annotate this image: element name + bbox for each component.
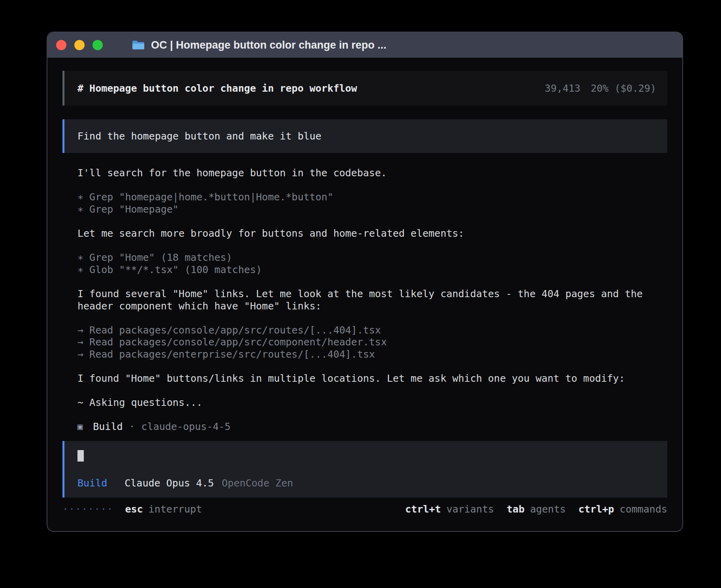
token-count: 39,413 <box>545 83 580 94</box>
prompt-input[interactable]: Build Claude Opus 4.5 OpenCode Zen <box>62 441 667 498</box>
commands-label: commands <box>620 503 667 515</box>
tool-call-grep: ∗ Grep "Home" (18 matches) <box>77 252 667 264</box>
session-stats: 39,413 20% ($0.29) <box>545 83 656 94</box>
tool-call-read: → Read packages/console/app/src/componen… <box>77 336 667 349</box>
spinner-dots: ········ <box>62 503 113 515</box>
folder-icon <box>132 40 145 50</box>
agent-status-row: ▣ Build · claude-opus-4-5 <box>77 421 667 433</box>
agent-model: claude-opus-4-5 <box>142 421 231 433</box>
tab-key: tab <box>507 503 525 515</box>
terminal-window: OC | Homepage button color change in rep… <box>47 32 683 532</box>
terminal-content: # Homepage button color change in repo w… <box>47 58 682 498</box>
window-bottom-padding <box>47 515 682 531</box>
variants-label: variants <box>446 503 494 515</box>
assistant-text: I found several "Home" links. Let me loo… <box>77 288 667 312</box>
commands-hint: ctrl+p commands <box>578 503 667 515</box>
minimize-button[interactable] <box>74 40 85 50</box>
agents-label: agents <box>530 503 566 515</box>
tool-call-read: → Read packages/enterprise/src/routes/[.… <box>77 349 667 361</box>
user-message: Find the homepage button and make it blu… <box>62 119 667 153</box>
provider-label: OpenCode Zen <box>222 477 293 489</box>
session-header: # Homepage button color change in repo w… <box>62 71 667 106</box>
close-button[interactable] <box>56 40 66 50</box>
interrupt-hint: esc interrupt <box>125 503 202 515</box>
text-cursor <box>77 450 84 462</box>
agent-icon: ▣ <box>77 421 83 433</box>
tool-call-grep: ∗ Grep "Homepage" <box>77 204 667 216</box>
user-message-text: Find the homepage button and make it blu… <box>77 130 321 142</box>
tool-call-glob: ∗ Glob "**/*.tsx" (100 matches) <box>77 264 667 276</box>
assistant-text: I found "Home" buttons/links in multiple… <box>77 373 667 385</box>
assistant-text: I'll search for the homepage button in t… <box>77 167 667 179</box>
tool-call-read: → Read packages/console/app/src/routes/[… <box>77 324 667 337</box>
ctrl-p-key: ctrl+p <box>578 503 614 515</box>
shortcut-hints: ctrl+t variants tab agents ctrl+p comman… <box>405 503 667 515</box>
window-titlebar[interactable]: OC | Homepage button color change in rep… <box>47 32 682 58</box>
mode-label[interactable]: Build <box>77 477 107 489</box>
agents-hint: tab agents <box>507 503 566 515</box>
window-title: OC | Homepage button color change in rep… <box>151 39 387 51</box>
input-meta-row: Build Claude Opus 4.5 OpenCode Zen <box>77 477 656 489</box>
context-usage: 20% ($0.29) <box>591 83 656 94</box>
status-asking-questions: ~ Asking questions... <box>77 397 667 409</box>
tool-call-grep: ∗ Grep "homepage|home.*button|Home.*butt… <box>77 191 667 204</box>
assistant-transcript: I'll search for the homepage button in t… <box>62 167 667 433</box>
esc-key: esc <box>125 503 143 515</box>
dot-separator: · <box>129 421 135 433</box>
titlebar-title-group: OC | Homepage button color change in rep… <box>132 39 387 51</box>
status-bar: ········ esc interrupt ctrl+t variants t… <box>47 503 682 515</box>
assistant-text: Let me search more broadly for buttons a… <box>77 228 667 240</box>
interrupt-label: interrupt <box>149 503 202 515</box>
variants-hint: ctrl+t variants <box>405 503 494 515</box>
ctrl-t-key: ctrl+t <box>405 503 441 515</box>
agent-name: Build <box>93 421 123 433</box>
zoom-button[interactable] <box>92 40 103 50</box>
traffic-lights <box>47 40 103 50</box>
session-title: # Homepage button color change in repo w… <box>77 83 357 94</box>
model-label[interactable]: Claude Opus 4.5 <box>125 477 214 489</box>
